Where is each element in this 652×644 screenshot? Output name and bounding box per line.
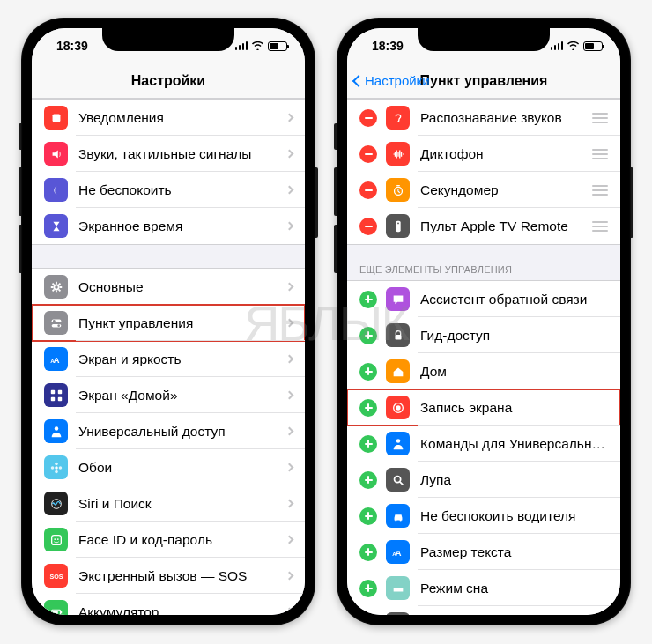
add-button[interactable] xyxy=(359,291,377,308)
more-row-shortcuts-accessibility[interactable]: Команды для Универсального дост... xyxy=(347,426,620,462)
remove-button[interactable] xyxy=(359,181,377,199)
row-label: Экстренный вызов — SOS xyxy=(78,568,286,584)
svg-point-31 xyxy=(396,405,400,410)
chevron-right-icon xyxy=(285,186,294,195)
chevron-right-icon xyxy=(285,500,294,508)
status-right xyxy=(235,40,288,53)
notch xyxy=(102,28,234,51)
siri-icon xyxy=(44,492,68,515)
row-label: Экран «Домой» xyxy=(78,388,286,403)
remove-button[interactable] xyxy=(359,145,377,163)
svg-point-35 xyxy=(399,519,401,521)
voice-memos-icon xyxy=(386,142,410,166)
drag-handle-icon[interactable] xyxy=(592,185,608,196)
chevron-right-icon xyxy=(285,391,294,400)
faceid-icon xyxy=(44,528,68,551)
included-row-apple-tv-remote[interactable]: Пульт Apple TV Remote xyxy=(347,208,620,244)
more-row-home[interactable]: Дом xyxy=(347,353,620,389)
add-button[interactable] xyxy=(359,435,377,453)
more-row-magnifier[interactable]: Лупа xyxy=(347,462,620,498)
settings-row-battery[interactable]: Аккумулятор xyxy=(32,594,305,615)
add-button[interactable] xyxy=(359,471,377,489)
settings-row-sounds[interactable]: Звуки, тактильные сигналы xyxy=(32,136,305,172)
display-icon: AA xyxy=(44,347,68,371)
add-button[interactable] xyxy=(359,399,377,417)
svg-text:SOS: SOS xyxy=(49,573,63,580)
control-center-content[interactable]: Распознавание звуков Диктофон Секундомер… xyxy=(347,99,620,615)
add-button[interactable] xyxy=(359,580,377,597)
svg-point-13 xyxy=(55,466,58,470)
notch xyxy=(418,28,550,51)
settings-row-siri[interactable]: Siri и Поиск xyxy=(32,485,305,522)
settings-row-accessibility[interactable]: Универсальный доступ xyxy=(32,413,305,449)
row-label: Пункт управления xyxy=(78,315,286,331)
settings-row-sos[interactable]: SOS Экстренный вызов — SOS xyxy=(32,558,305,594)
included-row-sound-recognition[interactable]: Распознавание звуков xyxy=(347,100,620,136)
settings-content[interactable]: Уведомления Звуки, тактильные сигналы Не… xyxy=(32,99,305,615)
svg-point-3 xyxy=(53,320,56,322)
add-button[interactable] xyxy=(359,507,377,525)
page-title: Пункт управления xyxy=(420,73,548,89)
status-right xyxy=(551,40,604,53)
included-row-stopwatch[interactable]: Секундомер xyxy=(347,172,620,208)
settings-row-screen-time[interactable]: Экранное время xyxy=(32,208,305,244)
settings-row-notifications[interactable]: Уведомления xyxy=(32,100,305,136)
included-row-voice-memos[interactable]: Диктофон xyxy=(347,136,620,172)
chevron-right-icon xyxy=(285,222,294,231)
wifi-icon xyxy=(251,40,264,53)
row-label: Пульт Apple TV Remote xyxy=(420,218,592,234)
magnifier-icon xyxy=(386,468,410,492)
settings-row-do-not-disturb[interactable]: Не беспокоить xyxy=(32,172,305,208)
more-row-guided-access[interactable]: Гид-доступ xyxy=(347,317,620,353)
svg-rect-29 xyxy=(395,335,401,339)
svg-rect-24 xyxy=(52,611,57,614)
add-button[interactable] xyxy=(359,363,377,381)
chevron-right-icon xyxy=(285,283,294,292)
signal-icon xyxy=(551,41,564,50)
add-button[interactable] xyxy=(359,544,377,561)
more-row-qr-scanner[interactable]: Сканер QR-кода xyxy=(347,606,620,615)
chevron-right-icon xyxy=(285,536,294,544)
wifi-icon xyxy=(567,40,580,53)
chevron-right-icon xyxy=(285,608,294,615)
row-label: Не беспокоить водителя xyxy=(420,508,608,524)
settings-row-general[interactable]: Основные xyxy=(32,269,305,305)
row-label: Экранное время xyxy=(78,218,286,234)
home-screen-icon xyxy=(44,383,68,407)
back-button[interactable]: Настройки xyxy=(354,73,430,88)
more-row-screen-recording[interactable]: Запись экрана xyxy=(347,389,620,426)
add-button[interactable] xyxy=(359,327,377,344)
drag-handle-icon[interactable] xyxy=(592,113,608,123)
home-icon xyxy=(386,359,410,383)
svg-rect-8 xyxy=(50,389,54,393)
more-row-dnd-driving[interactable]: Не беспокоить водителя xyxy=(347,498,620,534)
svg-point-5 xyxy=(57,324,60,327)
svg-point-21 xyxy=(56,538,58,540)
screen-time-icon xyxy=(44,214,68,238)
svg-point-15 xyxy=(55,470,58,473)
svg-text:A: A xyxy=(392,550,396,556)
phone-right: 18:39 Настройки Пункт управления Распозн… xyxy=(337,18,631,625)
svg-point-1 xyxy=(54,285,58,289)
svg-text:A: A xyxy=(50,357,55,363)
row-label: Аккумулятор xyxy=(78,604,286,616)
accessibility-icon xyxy=(44,419,68,443)
drag-handle-icon[interactable] xyxy=(592,149,608,159)
settings-row-wallpaper[interactable]: Обои xyxy=(32,449,305,485)
row-label: Секундомер xyxy=(420,182,592,198)
remove-button[interactable] xyxy=(359,218,377,235)
row-label: Не беспокоить xyxy=(78,182,286,198)
settings-row-faceid[interactable]: Face ID и код-пароль xyxy=(32,522,305,558)
settings-row-home-screen[interactable]: Экран «Домой» xyxy=(32,377,305,413)
remove-button[interactable] xyxy=(359,109,377,127)
svg-rect-9 xyxy=(57,389,61,393)
more-row-feedback[interactable]: Ассистент обратной связи xyxy=(347,281,620,317)
drag-handle-icon[interactable] xyxy=(592,221,608,232)
row-label: Экран и яркость xyxy=(78,352,286,367)
row-label: Основные xyxy=(78,279,286,295)
more-row-text-size[interactable]: AA Размер текста xyxy=(347,534,620,570)
more-row-sleep[interactable]: Режим сна xyxy=(347,570,620,606)
row-label: Обои xyxy=(78,460,286,476)
settings-row-display[interactable]: AA Экран и яркость xyxy=(32,341,305,377)
settings-row-control-center[interactable]: Пункт управления xyxy=(32,305,305,341)
